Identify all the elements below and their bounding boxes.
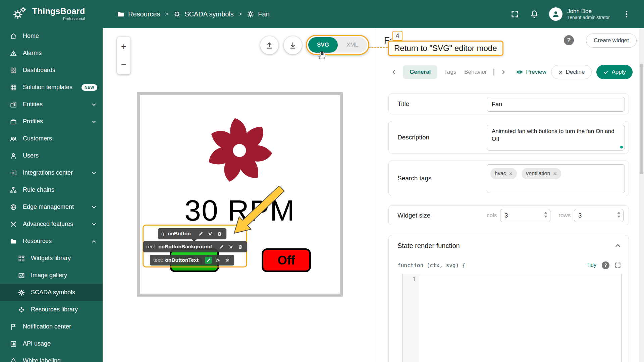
- fullscreen-icon[interactable]: [510, 9, 520, 19]
- edit-icon[interactable]: [218, 243, 225, 250]
- tags-input-box[interactable]: hvac × ventilation ×: [487, 164, 625, 193]
- element-menu-row-text[interactable]: text: onButtonText: [150, 255, 234, 265]
- customers-icon: [9, 135, 17, 143]
- search-tags-row: Search tags hvac × ventilation ×: [388, 161, 629, 196]
- edit-icon[interactable]: [197, 230, 204, 237]
- integrations-icon: [9, 169, 17, 177]
- zoom-controls: + −: [117, 37, 130, 74]
- stepper-down-icon[interactable]: [617, 215, 621, 218]
- rows-stepper[interactable]: [574, 209, 624, 222]
- sidebar-item-alarms[interactable]: Alarms: [0, 45, 103, 62]
- sidebar-item-integrations-center[interactable]: Integrations center: [0, 164, 103, 181]
- brand-name: ThingsBoard: [32, 6, 85, 16]
- sidebar-item-white-labeling[interactable]: White labeling: [0, 352, 103, 362]
- create-widget-button[interactable]: Create widget: [586, 34, 637, 48]
- tag-remove-icon[interactable]: ×: [509, 171, 513, 177]
- sidebar-item-dashboards[interactable]: Dashboards: [0, 62, 103, 79]
- tab-behavior[interactable]: Behavior: [463, 65, 488, 79]
- callout-connector: [369, 47, 388, 48]
- sidebar-item-customers[interactable]: Customers: [0, 130, 103, 147]
- delete-icon[interactable]: [237, 243, 244, 250]
- decline-button[interactable]: Decline: [551, 65, 592, 79]
- title-input[interactable]: [487, 97, 625, 112]
- api-usage-icon: [9, 340, 17, 348]
- rows-input[interactable]: [574, 209, 623, 222]
- sidebar-item-users[interactable]: Users: [0, 147, 103, 164]
- user-menu[interactable]: John Doe Tenant administrator: [549, 7, 610, 21]
- breadcrumb-scada-symbols[interactable]: SCADA symbols: [173, 10, 234, 18]
- preview-label: Preview: [526, 69, 546, 75]
- breadcrumb-resources[interactable]: Resources: [117, 10, 160, 18]
- tag-chip-ventilation[interactable]: ventilation ×: [522, 168, 561, 179]
- element-menu-row-group[interactable]: g: onButton: [158, 228, 226, 239]
- help-icon[interactable]: ?: [564, 35, 574, 45]
- download-button[interactable]: [284, 36, 302, 54]
- tidy-button[interactable]: Tidy: [586, 262, 596, 268]
- stepper-up-icon[interactable]: [617, 211, 621, 214]
- sidebar-item-solution-templates[interactable]: Solution templates NEW: [0, 79, 103, 96]
- function-help-icon[interactable]: ?: [602, 261, 609, 269]
- tutorial-callout: Return to "SVG" editor mode: [388, 41, 503, 56]
- sidebar-item-image-gallery[interactable]: Image gallery: [0, 267, 103, 284]
- settings-icon[interactable]: [207, 230, 214, 237]
- tab-general[interactable]: General: [403, 65, 437, 79]
- settings-icon[interactable]: [227, 243, 234, 250]
- element-name: onButton: [168, 231, 191, 237]
- cols-input[interactable]: [500, 209, 550, 222]
- sidebar-item-entities[interactable]: Entities: [0, 96, 103, 113]
- settings-icon[interactable]: [214, 257, 221, 264]
- edit-icon-active[interactable]: [205, 257, 212, 264]
- tag-chip-hvac[interactable]: hvac ×: [490, 168, 517, 179]
- widget-size-label: Widget size: [397, 212, 430, 219]
- sidebar-item-api-usage[interactable]: API usage: [0, 335, 103, 352]
- description-value: Animated fan with buttons to turn the fa…: [492, 128, 614, 142]
- resources-library-icon: [17, 306, 25, 314]
- zoom-in-button[interactable]: +: [117, 38, 130, 55]
- tag-remove-icon[interactable]: ×: [553, 171, 557, 177]
- tab-tags[interactable]: Tags: [443, 65, 458, 79]
- preview-button[interactable]: Preview: [516, 68, 546, 76]
- brand[interactable]: ThingsBoard Professional: [0, 0, 103, 27]
- upload-button[interactable]: [260, 36, 278, 54]
- stepper-up-icon[interactable]: [544, 211, 548, 214]
- fan-off-button[interactable]: Off: [262, 248, 311, 272]
- resize-handle[interactable]: [620, 146, 623, 148]
- code-editor-area[interactable]: [419, 274, 621, 362]
- sidebar-item-scada-symbols[interactable]: SCADA symbols: [0, 284, 103, 301]
- sidebar-item-advanced-features[interactable]: Advanced features: [0, 216, 103, 233]
- function-header-row: function (ctx, svg) { Tidy ?: [397, 259, 622, 271]
- delete-icon[interactable]: [216, 230, 223, 237]
- cols-stepper[interactable]: [500, 209, 550, 222]
- collapse-chevron-icon[interactable]: [614, 241, 622, 249]
- chevron-right-icon[interactable]: [500, 68, 507, 76]
- sidebar-item-widgets-library[interactable]: Widgets library: [0, 250, 103, 267]
- sidebar-item-rule-chains[interactable]: Rule chains: [0, 181, 103, 198]
- zoom-out-button[interactable]: −: [117, 56, 130, 73]
- panel-scrollbar[interactable]: [639, 28, 644, 362]
- notifications-bell-icon[interactable]: [530, 9, 539, 19]
- sidebar-item-profiles[interactable]: Profiles: [0, 113, 103, 130]
- editor-expand-icon[interactable]: [614, 261, 622, 269]
- fan-rotor-graphic[interactable]: [201, 112, 278, 189]
- chevron-left-icon[interactable]: [390, 68, 397, 76]
- more-vert-icon[interactable]: [622, 9, 631, 19]
- sidebar-item-notification-center[interactable]: Notification center: [0, 318, 103, 335]
- description-textarea[interactable]: Animated fan with buttons to turn the fa…: [487, 125, 625, 150]
- sidebar-item-edge-management[interactable]: Edge management: [0, 198, 103, 216]
- sidebar-item-resources-library[interactable]: Resources library: [0, 301, 103, 318]
- scrollbar-thumb[interactable]: [640, 64, 643, 174]
- delete-icon[interactable]: [224, 257, 231, 264]
- chevron-down-icon: [91, 101, 97, 108]
- xml-mode-button[interactable]: XML: [338, 37, 367, 53]
- stepper-down-icon[interactable]: [544, 215, 548, 218]
- breadcrumb-fan[interactable]: Fan: [247, 10, 269, 18]
- rows-label: rows: [558, 212, 571, 219]
- element-menu-row-rect[interactable]: rect: onButtonBackground: [143, 241, 247, 252]
- notification-flag-icon: [9, 323, 17, 331]
- apply-button[interactable]: Apply: [596, 65, 633, 79]
- state-render-section: State render function function (ctx, svg…: [388, 235, 629, 362]
- sidebar-item-resources[interactable]: Resources: [0, 233, 103, 250]
- search-tags-label: Search tags: [397, 175, 431, 182]
- sidebar-item-home[interactable]: Home: [0, 27, 103, 45]
- sidebar-item-label: Notification center: [23, 323, 71, 330]
